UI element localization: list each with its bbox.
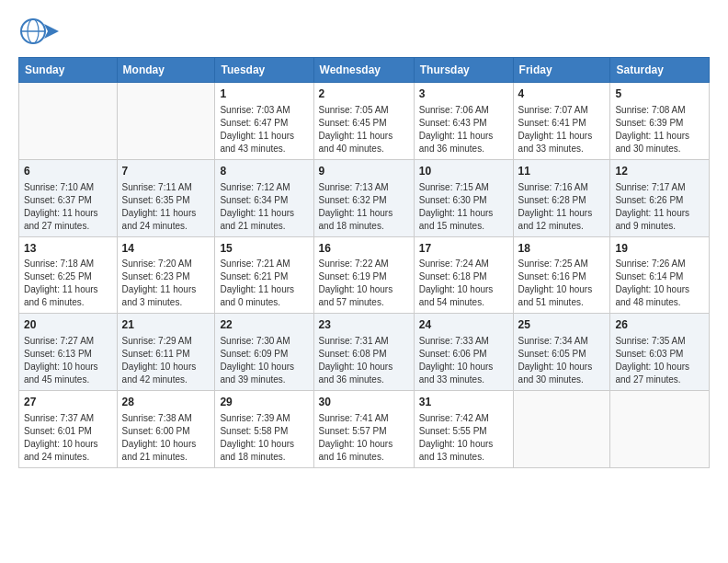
day-info: Sunrise: 7:06 AM Sunset: 6:43 PM Dayligh… — [419, 104, 508, 155]
day-number: 8 — [220, 164, 308, 179]
day-number: 16 — [319, 241, 409, 257]
day-number: 23 — [319, 317, 409, 333]
table-row: 15Sunrise: 7:21 AM Sunset: 6:21 PM Dayli… — [215, 236, 313, 314]
header — [18, 15, 710, 48]
day-number: 17 — [419, 241, 508, 257]
table-row: 5Sunrise: 7:08 AM Sunset: 6:39 PM Daylig… — [610, 83, 710, 160]
table-row: 4Sunrise: 7:07 AM Sunset: 6:41 PM Daylig… — [513, 83, 610, 160]
col-thursday: Thursday — [414, 58, 513, 83]
day-info: Sunrise: 7:20 AM Sunset: 6:23 PM Dayligh… — [122, 258, 210, 309]
table-row: 26Sunrise: 7:35 AM Sunset: 6:03 PM Dayli… — [610, 314, 710, 391]
day-number: 3 — [419, 86, 508, 102]
day-info: Sunrise: 7:29 AM Sunset: 6:11 PM Dayligh… — [122, 335, 210, 386]
table-row: 9Sunrise: 7:13 AM Sunset: 6:32 PM Daylig… — [313, 159, 414, 236]
table-row: 7Sunrise: 7:11 AM Sunset: 6:35 PM Daylig… — [117, 159, 215, 236]
table-row — [513, 391, 610, 468]
day-info: Sunrise: 7:05 AM Sunset: 6:45 PM Dayligh… — [319, 104, 409, 155]
day-info: Sunrise: 7:22 AM Sunset: 6:19 PM Dayligh… — [319, 258, 409, 309]
day-number: 6 — [24, 164, 112, 179]
day-number: 28 — [122, 395, 210, 410]
day-info: Sunrise: 7:33 AM Sunset: 6:06 PM Dayligh… — [419, 335, 508, 386]
svg-marker-3 — [44, 24, 59, 39]
day-info: Sunrise: 7:18 AM Sunset: 6:25 PM Dayligh… — [24, 258, 112, 309]
page: Sunday Monday Tuesday Wednesday Thursday… — [0, 0, 728, 563]
day-info: Sunrise: 7:38 AM Sunset: 6:00 PM Dayligh… — [122, 412, 210, 464]
table-row: 31Sunrise: 7:42 AM Sunset: 5:55 PM Dayli… — [414, 391, 513, 468]
col-monday: Monday — [117, 58, 215, 83]
calendar-table: Sunday Monday Tuesday Wednesday Thursday… — [18, 57, 710, 468]
day-number: 11 — [518, 164, 606, 179]
calendar-week-row: 20Sunrise: 7:27 AM Sunset: 6:13 PM Dayli… — [19, 314, 710, 391]
day-info: Sunrise: 7:15 AM Sunset: 6:30 PM Dayligh… — [419, 181, 508, 233]
day-info: Sunrise: 7:27 AM Sunset: 6:13 PM Dayligh… — [24, 335, 112, 386]
day-number: 15 — [220, 241, 308, 257]
table-row: 13Sunrise: 7:18 AM Sunset: 6:25 PM Dayli… — [19, 236, 118, 314]
table-row: 6Sunrise: 7:10 AM Sunset: 6:37 PM Daylig… — [19, 159, 118, 236]
table-row: 28Sunrise: 7:38 AM Sunset: 6:00 PM Dayli… — [117, 391, 215, 468]
day-info: Sunrise: 7:24 AM Sunset: 6:18 PM Dayligh… — [419, 258, 508, 309]
day-number: 7 — [122, 164, 210, 179]
day-info: Sunrise: 7:16 AM Sunset: 6:28 PM Dayligh… — [518, 181, 606, 233]
day-number: 4 — [518, 86, 606, 102]
day-number: 5 — [615, 86, 704, 102]
day-number: 29 — [220, 395, 308, 410]
day-info: Sunrise: 7:13 AM Sunset: 6:32 PM Dayligh… — [319, 181, 409, 233]
table-row: 29Sunrise: 7:39 AM Sunset: 5:58 PM Dayli… — [215, 391, 313, 468]
day-info: Sunrise: 7:03 AM Sunset: 6:47 PM Dayligh… — [220, 104, 308, 155]
table-row: 19Sunrise: 7:26 AM Sunset: 6:14 PM Dayli… — [610, 236, 710, 314]
day-number: 30 — [319, 395, 409, 410]
col-sunday: Sunday — [19, 58, 118, 83]
table-row: 12Sunrise: 7:17 AM Sunset: 6:26 PM Dayli… — [610, 159, 710, 236]
table-row: 10Sunrise: 7:15 AM Sunset: 6:30 PM Dayli… — [414, 159, 513, 236]
table-row: 23Sunrise: 7:31 AM Sunset: 6:08 PM Dayli… — [313, 314, 414, 391]
logo-icon — [18, 15, 59, 48]
calendar-week-row: 1Sunrise: 7:03 AM Sunset: 6:47 PM Daylig… — [19, 83, 710, 160]
table-row: 21Sunrise: 7:29 AM Sunset: 6:11 PM Dayli… — [117, 314, 215, 391]
day-info: Sunrise: 7:42 AM Sunset: 5:55 PM Dayligh… — [419, 412, 508, 464]
logo — [18, 15, 63, 48]
day-info: Sunrise: 7:25 AM Sunset: 6:16 PM Dayligh… — [518, 258, 606, 309]
day-info: Sunrise: 7:07 AM Sunset: 6:41 PM Dayligh… — [518, 104, 606, 155]
day-info: Sunrise: 7:08 AM Sunset: 6:39 PM Dayligh… — [615, 104, 704, 155]
day-number: 24 — [419, 317, 508, 333]
day-info: Sunrise: 7:39 AM Sunset: 5:58 PM Dayligh… — [220, 412, 308, 464]
day-info: Sunrise: 7:21 AM Sunset: 6:21 PM Dayligh… — [220, 258, 308, 309]
calendar-header-row: Sunday Monday Tuesday Wednesday Thursday… — [19, 58, 710, 83]
day-number: 14 — [122, 241, 210, 257]
day-number: 25 — [518, 317, 606, 333]
day-number: 19 — [615, 241, 704, 257]
day-number: 2 — [319, 86, 409, 102]
day-number: 22 — [220, 317, 308, 333]
calendar-week-row: 27Sunrise: 7:37 AM Sunset: 6:01 PM Dayli… — [19, 391, 710, 468]
day-info: Sunrise: 7:11 AM Sunset: 6:35 PM Dayligh… — [122, 181, 210, 233]
day-info: Sunrise: 7:34 AM Sunset: 6:05 PM Dayligh… — [518, 335, 606, 386]
col-wednesday: Wednesday — [313, 58, 414, 83]
table-row: 16Sunrise: 7:22 AM Sunset: 6:19 PM Dayli… — [313, 236, 414, 314]
table-row: 20Sunrise: 7:27 AM Sunset: 6:13 PM Dayli… — [19, 314, 118, 391]
day-number: 12 — [615, 164, 704, 179]
day-info: Sunrise: 7:30 AM Sunset: 6:09 PM Dayligh… — [220, 335, 308, 386]
day-number: 20 — [24, 317, 112, 333]
col-friday: Friday — [513, 58, 610, 83]
day-info: Sunrise: 7:31 AM Sunset: 6:08 PM Dayligh… — [319, 335, 409, 386]
day-info: Sunrise: 7:26 AM Sunset: 6:14 PM Dayligh… — [615, 258, 704, 309]
day-info: Sunrise: 7:41 AM Sunset: 5:57 PM Dayligh… — [319, 412, 409, 464]
day-number: 26 — [615, 317, 704, 333]
day-info: Sunrise: 7:17 AM Sunset: 6:26 PM Dayligh… — [615, 181, 704, 233]
table-row — [117, 83, 215, 160]
table-row: 30Sunrise: 7:41 AM Sunset: 5:57 PM Dayli… — [313, 391, 414, 468]
table-row — [610, 391, 710, 468]
day-number: 18 — [518, 241, 606, 257]
table-row: 27Sunrise: 7:37 AM Sunset: 6:01 PM Dayli… — [19, 391, 118, 468]
table-row: 3Sunrise: 7:06 AM Sunset: 6:43 PM Daylig… — [414, 83, 513, 160]
table-row: 25Sunrise: 7:34 AM Sunset: 6:05 PM Dayli… — [513, 314, 610, 391]
col-tuesday: Tuesday — [215, 58, 313, 83]
table-row: 24Sunrise: 7:33 AM Sunset: 6:06 PM Dayli… — [414, 314, 513, 391]
table-row: 18Sunrise: 7:25 AM Sunset: 6:16 PM Dayli… — [513, 236, 610, 314]
calendar-week-row: 13Sunrise: 7:18 AM Sunset: 6:25 PM Dayli… — [19, 236, 710, 314]
table-row — [19, 83, 118, 160]
col-saturday: Saturday — [610, 58, 710, 83]
day-info: Sunrise: 7:12 AM Sunset: 6:34 PM Dayligh… — [220, 181, 308, 233]
day-info: Sunrise: 7:10 AM Sunset: 6:37 PM Dayligh… — [24, 181, 112, 233]
table-row: 1Sunrise: 7:03 AM Sunset: 6:47 PM Daylig… — [215, 83, 313, 160]
